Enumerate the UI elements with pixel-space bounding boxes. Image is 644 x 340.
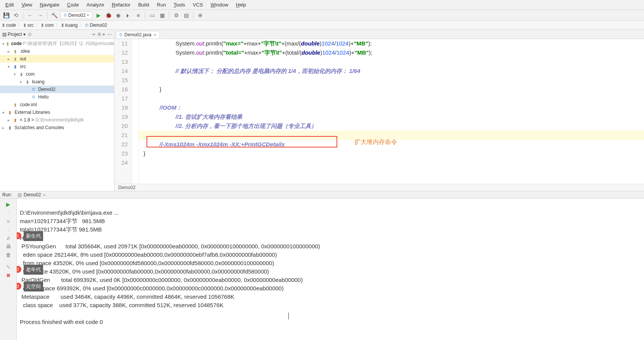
- tree-demo02[interactable]: ©Demo02: [0, 86, 114, 93]
- project-tab[interactable]: ▤ Project ▾: [2, 32, 26, 37]
- tree-iml[interactable]: ▮code.iml: [0, 101, 114, 108]
- run-tab-label: Demo02: [24, 192, 41, 198]
- structure-icon[interactable]: ▤: [182, 11, 190, 19]
- forward-icon[interactable]: →: [36, 11, 44, 19]
- class-icon: ©: [64, 13, 67, 18]
- coverage-button[interactable]: ◉: [114, 11, 122, 19]
- tree-idea[interactable]: ▸▮.idea: [0, 47, 114, 55]
- class-icon: ©: [119, 32, 122, 37]
- compass-icon[interactable]: ⊙: [28, 32, 32, 37]
- bc-code[interactable]: code: [6, 23, 16, 28]
- menu-edit[interactable]: EEditdit: [2, 0, 18, 9]
- target-icon[interactable]: ⊕: [196, 11, 204, 19]
- folder-icon: ▮: [41, 23, 43, 28]
- run-button[interactable]: ▶: [95, 11, 102, 19]
- save-icon[interactable]: 💾: [2, 11, 10, 19]
- chevron-down-icon: ▾: [87, 13, 89, 17]
- stop2-icon[interactable]: ■: [0, 217, 16, 225]
- trash-icon[interactable]: 🗑: [0, 251, 16, 259]
- menu-code[interactable]: Code: [63, 0, 83, 9]
- menu-view[interactable]: View: [18, 0, 36, 9]
- tree-scratch[interactable]: ▸▮Scratches and Consoles: [0, 124, 114, 131]
- annotation-metaspace: 元空间: [24, 282, 43, 291]
- red-highlight-box: [147, 136, 337, 147]
- settings2-icon[interactable]: ✎: [0, 263, 16, 271]
- layout2-icon[interactable]: ▦: [158, 11, 166, 19]
- code-editor[interactable]: 1112131415161718192021222324 System.out.…: [114, 39, 644, 184]
- tree-jdk[interactable]: ▸▮< 1.8 > D:\Environment\jdk8\jdk: [0, 116, 114, 124]
- class-icon: ©: [85, 23, 88, 28]
- close-icon[interactable]: ✕: [153, 33, 156, 37]
- folder-icon: ▮: [61, 23, 64, 28]
- tree-com[interactable]: ▾▮com: [0, 70, 114, 78]
- editor-tabs: © Demo02.java ✕: [114, 30, 644, 39]
- hammer-icon[interactable]: 🔨: [50, 11, 58, 19]
- menu-navigate[interactable]: Navigate: [36, 0, 63, 9]
- tree-out[interactable]: ▸▮out: [0, 55, 114, 63]
- annotation-young-gen: 新生代: [24, 231, 43, 241]
- editor-area: © Demo02.java ✕ 111213141516171819202122…: [114, 30, 644, 191]
- run-config-label: Demo02: [68, 13, 85, 18]
- run-tool-window: ▶ ↑ ■ ↓ ↲ 🖶 🗑 ✎ ✖ D:\Environment\jdk8\jd…: [0, 199, 644, 340]
- run-tool-header: Run: ▤ Demo02 ✕: [0, 191, 644, 199]
- exit-icon[interactable]: ✖: [0, 271, 16, 280]
- stop-button[interactable]: ■: [134, 11, 142, 19]
- menu-refactor[interactable]: Refactor: [108, 0, 134, 9]
- console-output[interactable]: D:\Environment\jdk8\jdk\bin\java.exe ...…: [17, 199, 644, 340]
- back-icon[interactable]: ←: [26, 11, 34, 19]
- refresh-icon[interactable]: ⟲: [12, 11, 20, 19]
- tree-kuang[interactable]: ▾▮kuang: [0, 78, 114, 86]
- menu-analyze[interactable]: Analyze: [83, 0, 108, 9]
- run-tab-icon: ▤: [18, 192, 22, 198]
- menu-help[interactable]: Help: [232, 0, 250, 9]
- fold-strip: [132, 39, 139, 184]
- menu-build[interactable]: Build: [134, 0, 153, 9]
- profile-button[interactable]: ⏵: [124, 11, 132, 19]
- close-icon[interactable]: ✕: [43, 193, 46, 197]
- folder-icon: ▮: [24, 23, 26, 28]
- breadcrumb: ▮ code〉 ▮ src〉 ▮ com〉 ▮ kuang〉 © Demo02: [0, 21, 644, 30]
- run-gutter: ▶ ↑ ■ ↓ ↲ 🖶 🗑 ✎ ✖: [0, 199, 17, 340]
- line-gutter: 1112131415161718192021222324: [114, 39, 132, 184]
- menu-window[interactable]: Window: [207, 0, 232, 9]
- menu-run[interactable]: Run: [153, 0, 170, 9]
- layout-icon[interactable]: ▭: [148, 11, 156, 19]
- menu-tools[interactable]: Tools: [170, 0, 189, 9]
- down-icon[interactable]: ↓: [0, 225, 16, 234]
- code-content[interactable]: System.out.println("max="+max+"字节\t"+(ma…: [139, 39, 644, 184]
- tab-demo02[interactable]: © Demo02.java ✕: [116, 31, 160, 38]
- gear-icon[interactable]: ⚙ ▾: [97, 32, 105, 37]
- bc-demo02[interactable]: Demo02: [90, 23, 107, 28]
- project-tree: ▾▮code F:\班级管理\西开【19525】\2. 代码\jvm\code …: [0, 39, 114, 191]
- tab-label: Demo02.java: [124, 32, 151, 37]
- project-header: ▤ Project ▾ ⊙ ⇥ ⚙ ▾ —: [0, 30, 114, 39]
- tree-root[interactable]: ▾▮code F:\班级管理\西开【19525】\2. 代码\jvm\code: [0, 40, 114, 47]
- tree-src[interactable]: ▾▮src: [0, 63, 114, 70]
- toolbar: 💾 ⟲ ← → 🔨 © Demo02 ▾ ▶ 🐞 ◉ ⏵ ■ ▭ ▦ ⚙ ▤ ⊕: [0, 10, 644, 21]
- up-icon[interactable]: ↑: [0, 209, 16, 217]
- tree-hello[interactable]: ©Hello: [0, 93, 114, 101]
- annotation-old-gen: 老年代: [24, 265, 43, 275]
- menu-bar: EEditdit View Navigate Code Analyze Refa…: [0, 0, 644, 10]
- bc-kuang[interactable]: kuang: [65, 23, 78, 28]
- editor-breadcrumb: Demo02: [114, 184, 644, 191]
- tree-ext-lib[interactable]: ▾▮External Libraries: [0, 108, 114, 116]
- run-tab[interactable]: ▤ Demo02 ✕: [14, 192, 49, 198]
- bc-com[interactable]: com: [45, 23, 54, 28]
- run-label: Run:: [2, 192, 12, 198]
- project-pane: ▤ Project ▾ ⊙ ⇥ ⚙ ▾ — ▾▮code F:\班级管理\西开【…: [0, 30, 114, 191]
- collapse-icon[interactable]: ⇥: [91, 32, 95, 37]
- run-config-selector[interactable]: © Demo02 ▾: [60, 11, 92, 19]
- print-icon[interactable]: 🖶: [0, 242, 16, 251]
- settings-icon[interactable]: ⚙: [172, 11, 180, 19]
- hide-icon[interactable]: —: [107, 32, 112, 37]
- soft-wrap-icon[interactable]: ↲: [0, 234, 16, 242]
- folder-icon: ▮: [2, 23, 5, 28]
- menu-vcs[interactable]: VCS: [189, 0, 207, 9]
- orange-annotation: 扩大堆内存命令: [354, 138, 397, 147]
- rerun-icon[interactable]: ▶: [0, 200, 16, 209]
- bc-src[interactable]: src: [27, 23, 34, 28]
- text-cursor: [288, 312, 289, 319]
- debug-button[interactable]: 🐞: [105, 11, 112, 19]
